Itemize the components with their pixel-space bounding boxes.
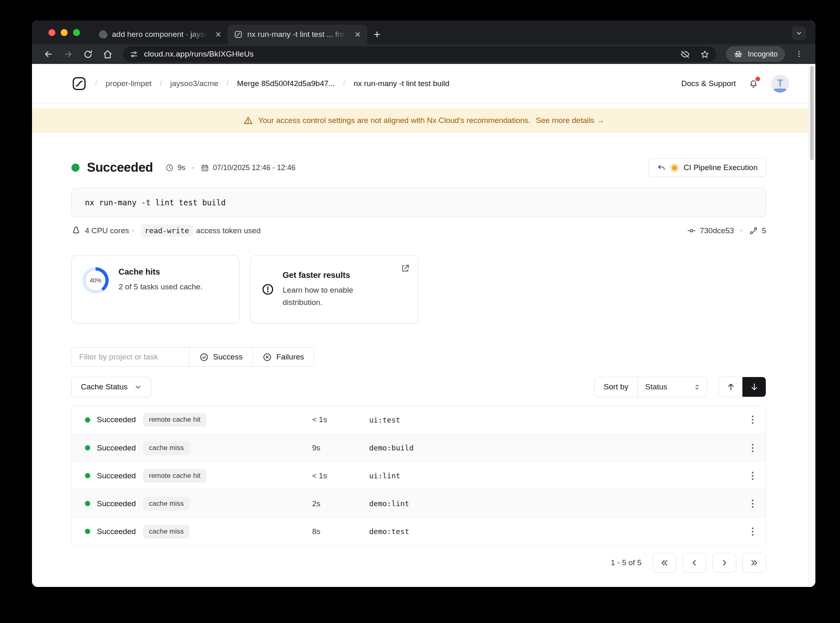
table-row[interactable]: Succeeded remote cache hit < 1s ui:test: [72, 406, 766, 434]
cache-status-badge: cache miss: [143, 497, 189, 511]
row-menu-button[interactable]: [740, 416, 766, 424]
row-status-label: Succeeded: [97, 415, 136, 424]
command-text: nx run-many -t lint test build: [85, 198, 226, 207]
reload-icon: [83, 50, 93, 59]
table-row[interactable]: Succeeded remote cache hit < 1s ui:lint: [72, 462, 766, 489]
address-bar[interactable]: cloud.nx.app/runs/BkIXGHleUs: [123, 46, 716, 62]
close-tab-icon[interactable]: ×: [354, 30, 361, 39]
row-task-name[interactable]: demo:lint: [369, 499, 740, 508]
separator-dot: [192, 167, 194, 169]
minimize-window-button[interactable]: [61, 29, 68, 36]
traffic-lights: [48, 29, 80, 36]
chevrons-right-icon: [750, 558, 759, 567]
sort-desc-button[interactable]: [742, 377, 766, 397]
zoom-window-button[interactable]: [73, 29, 80, 36]
table-row[interactable]: Succeeded cache miss 8s demo:test: [72, 517, 766, 545]
row-task-name[interactable]: demo:test: [369, 527, 740, 536]
sort-asc-button[interactable]: [719, 377, 742, 397]
page-scrollbar[interactable]: [808, 64, 815, 587]
cpu-cores-label: 4 CPU cores: [85, 226, 129, 235]
reload-button[interactable]: [80, 46, 96, 62]
external-link-icon[interactable]: [401, 264, 410, 273]
row-duration: 2s: [312, 499, 369, 508]
bookmark-button[interactable]: [698, 47, 712, 61]
row-menu-button[interactable]: [740, 528, 766, 536]
home-button[interactable]: [99, 46, 116, 62]
pagination-range: 1 - 5 of 5: [611, 558, 641, 567]
table-row[interactable]: Succeeded cache miss 2s demo:lint: [72, 489, 766, 517]
cache-hits-subtitle: 2 of 5 tasks used cache.: [119, 281, 203, 293]
breadcrumb-commit[interactable]: Merge 85d500f42d5a9b47...: [237, 79, 335, 88]
breadcrumb-separator: /: [95, 79, 98, 88]
close-tab-icon[interactable]: ×: [215, 30, 222, 39]
x-circle-icon: [262, 352, 272, 362]
forward-button[interactable]: [60, 46, 76, 62]
nx-cloud-logo[interactable]: [71, 76, 87, 91]
cache-hits-card: 40% Cache hits 2 of 5 tasks used cache.: [71, 255, 240, 323]
reading-mode-hidden-button[interactable]: [678, 47, 692, 61]
filter-bar: Success Failures: [71, 347, 766, 367]
filter-input[interactable]: [71, 347, 189, 367]
sort-group: Sort by Status: [594, 377, 707, 397]
avatar-letter: T: [777, 78, 783, 89]
run-date-range: 07/10/2025 12:46 - 12:46: [213, 164, 295, 172]
status-dot: [85, 445, 90, 450]
notifications-button[interactable]: [748, 78, 759, 89]
row-menu-button[interactable]: [740, 472, 766, 480]
row-status-label: Succeeded: [97, 499, 136, 508]
cache-status-badge: remote cache hit: [143, 413, 206, 427]
arrow-left-icon: [43, 49, 53, 59]
breadcrumb-run[interactable]: nx run-many -t lint test build: [354, 79, 449, 88]
tab-search-button[interactable]: [792, 26, 806, 40]
row-task-name[interactable]: ui:test: [369, 416, 740, 424]
success-label: Success: [213, 352, 243, 362]
status-dot: [71, 164, 80, 172]
sort-value: Status: [645, 382, 667, 391]
kebab-menu-icon: [795, 50, 803, 58]
docs-support-link[interactable]: Docs & Support: [681, 79, 736, 88]
run-status-title: Succeeded: [87, 160, 153, 175]
table-row[interactable]: Succeeded cache miss 9s demo:build: [72, 434, 766, 462]
cache-hit-ring: 40%: [82, 267, 109, 293]
filter-success-button[interactable]: Success: [189, 347, 253, 367]
notification-badge: [756, 77, 760, 81]
cache-status-badge: cache miss: [143, 525, 189, 539]
next-page-button[interactable]: [712, 553, 736, 573]
branch-count: 5: [762, 226, 766, 235]
cache-status-badge: remote cache hit: [143, 469, 206, 483]
distribution-title: Get faster results: [283, 271, 385, 280]
sort-select[interactable]: Status: [638, 377, 707, 397]
scrollbar-thumb[interactable]: [810, 66, 814, 160]
commit-sha[interactable]: 730dce53: [700, 226, 734, 235]
run-duration: 9s: [178, 164, 185, 172]
row-task-name[interactable]: demo:build: [369, 443, 740, 452]
row-menu-button[interactable]: [740, 500, 766, 508]
failures-label: Failures: [276, 352, 304, 362]
linux-icon: [71, 226, 81, 235]
select-chevrons-icon: [693, 383, 701, 391]
row-task-name[interactable]: ui:lint: [369, 471, 740, 480]
banner-details-link[interactable]: See more details →: [536, 116, 605, 125]
back-button[interactable]: [40, 46, 57, 62]
row-menu-button[interactable]: [740, 444, 766, 452]
close-window-button[interactable]: [48, 29, 55, 36]
chevron-down-icon: [795, 30, 803, 37]
breadcrumb-workspace[interactable]: proper-limpet: [106, 79, 152, 88]
ci-pipeline-execution-button[interactable]: CI Pipeline Execution: [648, 158, 766, 177]
avatar[interactable]: T: [771, 75, 789, 93]
filter-failures-button[interactable]: Failures: [253, 347, 314, 367]
first-page-button[interactable]: [653, 553, 676, 573]
cache-status-dropdown[interactable]: Cache Status: [71, 377, 151, 397]
new-tab-button[interactable]: +: [374, 29, 380, 40]
separator-dot: [132, 230, 134, 232]
breadcrumb-repo[interactable]: jaysoo3/acme: [170, 79, 218, 88]
pr-check-favicon: ✓: [99, 30, 107, 39]
site-settings-icon[interactable]: [130, 50, 138, 59]
tab-add-hero-component[interactable]: ✓ add hero component · jaysoo ×: [92, 25, 228, 44]
tab-nx-run[interactable]: nx run-many -t lint test ... fro ×: [228, 25, 367, 44]
url-text[interactable]: cloud.nx.app/runs/BkIXGHleUs: [144, 50, 673, 59]
browser-menu-button[interactable]: [791, 46, 807, 62]
prev-page-button[interactable]: [682, 553, 706, 573]
distribution-card[interactable]: Get faster results Learn how to enable d…: [250, 255, 418, 323]
last-page-button[interactable]: [742, 553, 766, 573]
